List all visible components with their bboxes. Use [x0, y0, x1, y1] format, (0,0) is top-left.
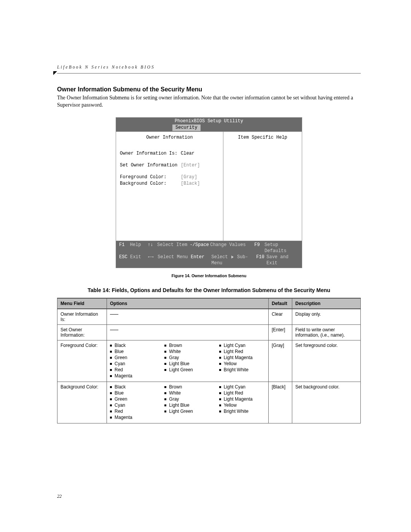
option-item: Cyan	[110, 361, 156, 366]
cell-menu-field: Set Owner Information:	[57, 324, 107, 340]
bios-right-panel: Item Specific Help	[223, 132, 302, 241]
running-header: LifeBook N Series Notebook BIOS	[57, 65, 361, 69]
bios-label-exit: Exit	[130, 254, 148, 266]
bios-setting-row: Background Color:[Black]	[120, 181, 219, 186]
cell-description: Display only.	[292, 309, 361, 325]
option-item: Blue	[110, 349, 156, 354]
option-item: Yellow	[219, 361, 265, 366]
option-item: Light Green	[164, 409, 210, 414]
options-columns: BlackBlueGreenCyanRedMagentaBrownWhiteGr…	[110, 343, 265, 379]
bios-right-header: Item Specific Help	[227, 135, 298, 140]
header-triangle-icon	[53, 71, 57, 75]
bios-tab-row: Security	[116, 125, 302, 131]
option-item: Green	[110, 355, 156, 360]
option-item: Magenta	[110, 415, 156, 420]
option-item: Magenta	[110, 373, 156, 379]
figure-caption: Figure 14. Owner Information Submenu	[57, 273, 361, 278]
options-columns: BlackBlueGreenCyanRedMagentaBrownWhiteGr…	[110, 384, 265, 421]
option-item: Cyan	[110, 403, 156, 408]
bios-label-help: Help	[130, 242, 148, 254]
option-item: Bright White	[219, 409, 265, 414]
bios-label-select-item: Select Item	[157, 242, 190, 254]
header-rule	[57, 72, 361, 77]
bios-label-save-exit: Save and Exit	[266, 254, 299, 266]
bios-footer-row-1: F1 Help ↑↓ Select Item -/Space Change Va…	[119, 242, 299, 254]
cell-description: Set background color.	[292, 382, 361, 423]
options-column: BlackBlueGreenCyanRedMagenta	[110, 343, 156, 379]
option-item: Yellow	[219, 403, 265, 408]
bios-label-change-values: Change Values	[210, 242, 254, 254]
table-row: Owner Information Is:ClearDisplay only.	[57, 309, 361, 325]
em-dash-icon	[110, 330, 118, 331]
cell-description: Field to write owner information, (i.e.,…	[292, 324, 361, 340]
cell-menu-field: Owner Information Is:	[57, 309, 107, 325]
option-item: Black	[110, 384, 156, 390]
cell-menu-field: Foreground Color:	[57, 340, 107, 382]
bios-footer-row-2: ESC Exit ←→ Select Menu Enter Select Sub…	[119, 254, 299, 266]
table-row: Set Owner Information:[Enter]Field to wr…	[57, 324, 361, 340]
table-row: Foreground Color:BlackBlueGreenCyanRedMa…	[57, 340, 361, 382]
pre: Select	[212, 254, 231, 260]
bios-setting-label: Foreground Color:	[120, 174, 181, 180]
bios-left-header: Owner Information	[120, 135, 219, 140]
option-item: Blue	[110, 390, 156, 396]
bios-footer: F1 Help ↑↓ Select Item -/Space Change Va…	[116, 241, 302, 268]
bios-title: PhoenixBIOS Setup Utility	[116, 118, 302, 125]
page-number: 22	[57, 494, 62, 499]
bios-key-f10: F10	[256, 254, 266, 266]
options-column: Light CyanLight RedLight MagentaYellowBr…	[219, 343, 265, 379]
option-item: Gray	[164, 355, 210, 360]
cell-options: BlackBlueGreenCyanRedMagentaBrownWhiteGr…	[107, 340, 269, 382]
bios-key-esc: ESC	[119, 254, 130, 266]
cell-description: Set foreground color.	[292, 340, 361, 382]
bios-key-f9: F9	[254, 242, 264, 254]
bios-screenshot: PhoenixBIOS Setup Utility Security Owner…	[116, 117, 302, 268]
cell-options	[107, 324, 269, 340]
option-item: Light Blue	[164, 403, 210, 408]
option-item: Gray	[164, 396, 210, 402]
cell-default: [Black]	[269, 382, 292, 423]
option-item: Light Green	[164, 367, 210, 372]
em-dash-icon	[110, 314, 118, 315]
bios-setting-value: [Black]	[181, 181, 200, 186]
bios-label-select-submenu: Select Sub-Menu	[212, 254, 256, 266]
bios-setting-row: Foreground Color:[Gray]	[120, 174, 219, 180]
bios-key-enter: Enter	[191, 254, 211, 266]
th-default: Default	[269, 298, 292, 309]
table-row: Background Color:BlackBlueGreenCyanRedMa…	[57, 382, 361, 423]
bios-setting-row: Owner Information Is:Clear	[120, 151, 219, 156]
triangle-right-icon	[231, 256, 234, 259]
bios-key-space: -/Space	[190, 242, 210, 254]
cell-options: BlackBlueGreenCyanRedMagentaBrownWhiteGr…	[107, 382, 269, 423]
option-item: Light Magenta	[219, 355, 265, 360]
cell-options	[107, 309, 269, 325]
bios-setting-value: Clear	[181, 151, 194, 156]
cell-menu-field: Background Color:	[57, 382, 107, 423]
section-body: The Owner Information Submenu is for set…	[57, 94, 361, 109]
option-item: White	[164, 349, 210, 354]
page: LifeBook N Series Notebook BIOS Owner In…	[0, 0, 411, 532]
option-item: Light Red	[219, 349, 265, 354]
th-options: Options	[107, 298, 269, 309]
bios-left-panel: Owner Information Owner Information Is:C…	[116, 132, 223, 241]
fields-table: Menu Field Options Default Description O…	[57, 298, 361, 423]
section-title: Owner Information Submenu of the Securit…	[57, 86, 361, 93]
arrows-leftright-icon: ←→	[148, 254, 158, 266]
options-column: BrownWhiteGrayLight BlueLight Green	[164, 343, 210, 379]
options-column: Light CyanLight RedLight MagentaYellowBr…	[219, 384, 265, 421]
header-line	[57, 73, 361, 73]
option-item: Black	[110, 343, 156, 348]
bios-gap	[120, 157, 219, 163]
cell-default: Clear	[269, 309, 292, 325]
option-item: Bright White	[219, 367, 265, 372]
option-item: Brown	[164, 343, 210, 348]
option-item: Light Cyan	[219, 343, 265, 348]
bios-label-select-menu: Select Menu	[158, 254, 191, 266]
bios-setting-value: [Gray]	[181, 174, 197, 180]
option-item: Light Blue	[164, 361, 210, 366]
bios-gap	[120, 169, 219, 174]
option-item: Green	[110, 396, 156, 402]
options-column: BrownWhiteGrayLight BlueLight Green	[164, 384, 210, 421]
bios-setting-label: Set Owner Information	[120, 163, 181, 168]
bios-key-f1: F1	[119, 242, 130, 254]
